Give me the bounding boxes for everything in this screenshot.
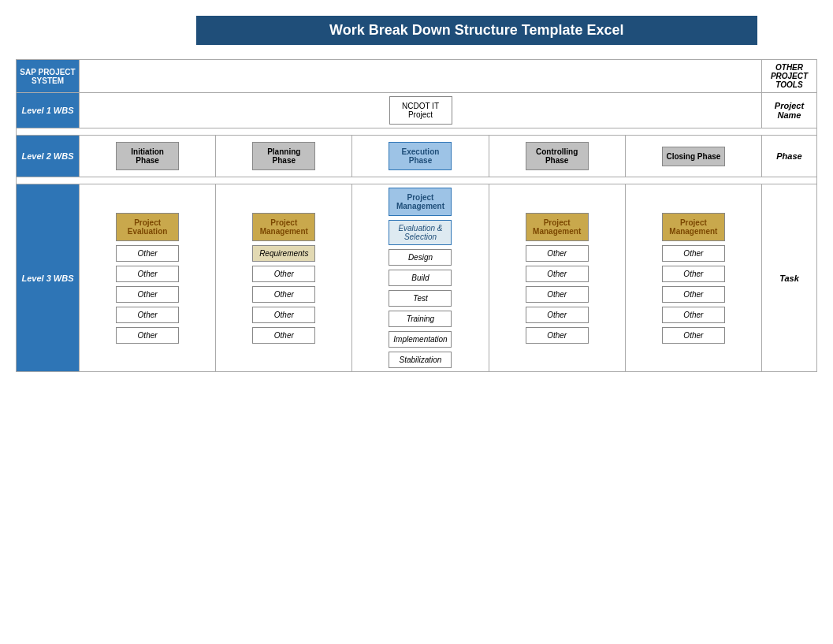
task-planning-1: Requirements bbox=[252, 245, 315, 262]
task-planning-0: Project Management bbox=[252, 213, 315, 241]
task-execution-1: Evaluation & Selection bbox=[389, 220, 452, 245]
task-closing-3: Other bbox=[662, 286, 725, 303]
task-initiation-4: Other bbox=[116, 307, 179, 323]
col-controlling: Project Management Other Other Other Oth… bbox=[489, 184, 625, 372]
task-execution-5: Training bbox=[389, 311, 452, 327]
task-controlling-5: Other bbox=[526, 327, 589, 344]
level3-row: Level 3 WBS Project Evaluation Other Oth… bbox=[17, 184, 817, 372]
task-closing-4: Other bbox=[662, 307, 725, 323]
level2-row: Level 2 WBS Initiation Phase Planning Ph… bbox=[17, 136, 817, 177]
page-title: Work Break Down Structure Template Excel bbox=[196, 16, 757, 45]
task-closing-1: Other bbox=[662, 245, 725, 262]
level2-label: Level 2 WBS bbox=[17, 136, 80, 177]
task-closing-0: Project Management bbox=[662, 213, 725, 241]
level3-label: Level 3 WBS bbox=[17, 184, 80, 372]
level1-row: Level 1 WBS NCDOT IT Project Project Nam… bbox=[17, 93, 817, 128]
task-initiation-5: Other bbox=[116, 327, 179, 344]
header-row: SAP PROJECT SYSTEM OTHER PROJECT TOOLS bbox=[17, 60, 817, 93]
task-right-label: Task bbox=[762, 184, 817, 372]
task-initiation-1: Other bbox=[116, 245, 179, 262]
level1-label: Level 1 WBS bbox=[17, 93, 80, 128]
task-execution-2: Design bbox=[389, 249, 452, 266]
task-execution-6: Implementation bbox=[389, 331, 452, 348]
task-controlling-0: Project Management bbox=[526, 213, 589, 241]
task-planning-4: Other bbox=[252, 307, 315, 323]
col-planning: Project Management Requirements Other Ot… bbox=[216, 184, 352, 372]
phase-right-label: Phase bbox=[762, 136, 817, 177]
phase-planning: Planning Phase bbox=[252, 142, 315, 170]
task-planning-3: Other bbox=[252, 286, 315, 303]
task-planning-5: Other bbox=[252, 327, 315, 344]
task-execution-3: Build bbox=[389, 270, 452, 286]
wbs-table: SAP PROJECT SYSTEM OTHER PROJECT TOOLS L… bbox=[16, 59, 817, 372]
other-tools-label: OTHER PROJECT TOOLS bbox=[762, 60, 817, 93]
col-execution: Project Management Evaluation & Selectio… bbox=[352, 184, 489, 372]
phase-execution: Execution Phase bbox=[389, 142, 452, 170]
task-planning-2: Other bbox=[252, 266, 315, 282]
sap-label: SAP PROJECT SYSTEM bbox=[17, 60, 80, 93]
spacer2 bbox=[17, 177, 817, 184]
task-initiation-2: Other bbox=[116, 266, 179, 282]
task-initiation-3: Other bbox=[116, 286, 179, 303]
task-initiation-0: Project Evaluation bbox=[116, 213, 179, 241]
col-initiation: Project Evaluation Other Other Other Oth… bbox=[80, 184, 216, 372]
task-controlling-4: Other bbox=[526, 307, 589, 323]
phase-initiation: Initiation Phase bbox=[116, 142, 179, 170]
task-closing-5: Other bbox=[662, 327, 725, 344]
project-name-label: Project Name bbox=[762, 93, 817, 128]
task-controlling-1: Other bbox=[526, 245, 589, 262]
ncdot-box: NCDOT IT Project bbox=[389, 96, 452, 125]
col-closing: Project Management Other Other Other Oth… bbox=[625, 184, 761, 372]
phase-controlling: Controlling Phase bbox=[526, 142, 589, 170]
phase-closing: Closing Phase bbox=[662, 147, 725, 166]
task-closing-2: Other bbox=[662, 266, 725, 282]
task-execution-4: Test bbox=[389, 290, 452, 307]
task-execution-0: Project Management bbox=[389, 188, 452, 216]
spacer1 bbox=[17, 128, 817, 136]
task-controlling-2: Other bbox=[526, 266, 589, 282]
task-execution-7: Stabilization bbox=[389, 352, 452, 368]
task-controlling-3: Other bbox=[526, 286, 589, 303]
